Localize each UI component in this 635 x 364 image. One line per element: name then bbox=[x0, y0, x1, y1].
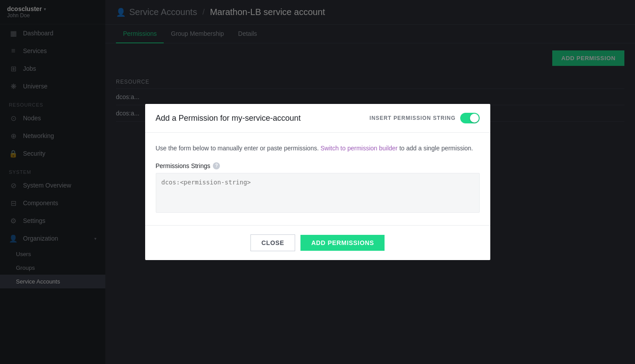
add-permission-dialog: Add a Permission for my-service-account … bbox=[145, 104, 490, 260]
dialog-header: Add a Permission for my-service-account … bbox=[145, 104, 490, 133]
dialog-description: Use the form below to manually enter or … bbox=[156, 143, 480, 153]
switch-to-builder-link[interactable]: Switch to permission builder bbox=[320, 145, 399, 152]
dialog-title: Add a Permission for my-service-account bbox=[156, 114, 301, 123]
close-button[interactable]: CLOSE bbox=[250, 234, 296, 251]
insert-permission-toggle[interactable] bbox=[460, 113, 480, 123]
dialog-footer: CLOSE ADD PERMISSIONS bbox=[145, 225, 490, 260]
add-permissions-button[interactable]: ADD PERMISSIONS bbox=[300, 235, 385, 251]
toggle-section: INSERT PERMISSION STRING bbox=[369, 113, 479, 123]
description-text-1: Use the form below to manually enter or … bbox=[156, 145, 319, 152]
help-icon[interactable]: ? bbox=[213, 162, 220, 169]
toggle-label: INSERT PERMISSION STRING bbox=[369, 115, 455, 121]
dialog-body: Use the form below to manually enter or … bbox=[145, 133, 490, 225]
toggle-knob bbox=[470, 114, 479, 123]
permissions-textarea[interactable] bbox=[156, 173, 480, 213]
modal-overlay: Add a Permission for my-service-account … bbox=[105, 0, 635, 364]
main-content: 👤 Service Accounts / Marathon-LB service… bbox=[105, 0, 635, 364]
description-text-2: to add a single permission. bbox=[399, 145, 473, 152]
permissions-field-label: Permissions Strings ? bbox=[156, 162, 480, 169]
